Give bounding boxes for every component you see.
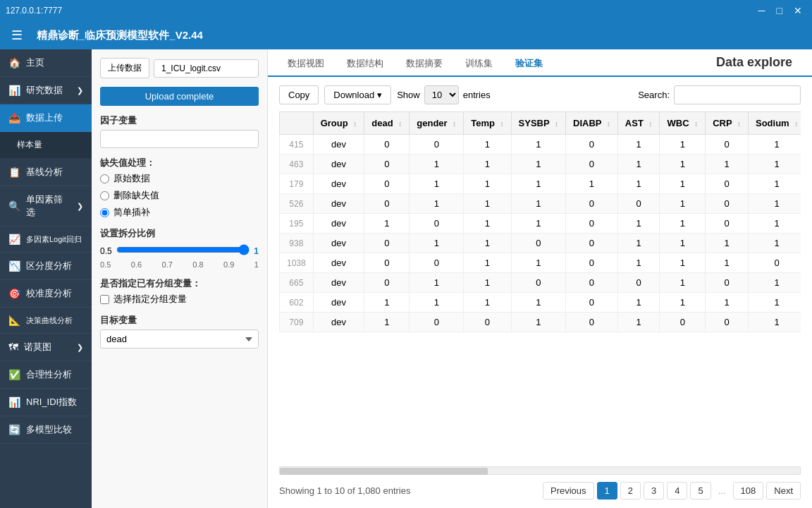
row-num-cell: 463 bbox=[280, 155, 314, 174]
nri-icon: 📊 bbox=[8, 397, 20, 408]
sidebar-item-nri[interactable]: 📊 NRI_IDI指数 bbox=[0, 389, 92, 416]
col-crp[interactable]: CRP ↕ bbox=[706, 112, 749, 135]
radio-delete-input[interactable] bbox=[100, 191, 109, 200]
maximize-button[interactable]: □ bbox=[773, 4, 787, 18]
radio-impute-label: 简单插补 bbox=[113, 206, 150, 219]
cell-diabp: 0 bbox=[566, 313, 618, 332]
radio-original[interactable]: 原始数据 bbox=[100, 172, 259, 185]
cell-gender: 1 bbox=[410, 293, 464, 313]
sidebar-item-discrimination-label: 区分度分析 bbox=[26, 260, 72, 272]
cell-group: dev bbox=[313, 234, 364, 253]
split-slider[interactable] bbox=[116, 244, 250, 255]
sidebar-item-home[interactable]: 🏠 主页 bbox=[0, 49, 92, 77]
col-sysbp[interactable]: SYSBP ↕ bbox=[511, 112, 565, 135]
minimize-button[interactable]: ─ bbox=[754, 4, 770, 18]
factor-input[interactable] bbox=[100, 130, 259, 148]
radio-delete[interactable]: 删除缺失值 bbox=[100, 189, 259, 202]
table-controls: Copy Download ▾ Show 10 25 50 entries Se… bbox=[279, 85, 801, 104]
sidebar-item-nomogram[interactable]: 🗺 诺莫图 ❯ bbox=[0, 334, 92, 361]
tab-dataview[interactable]: 数据视图 bbox=[276, 52, 336, 77]
cell-gender: 1 bbox=[410, 273, 464, 293]
sidebar-item-dca[interactable]: 📐 决策曲线分析 bbox=[0, 308, 92, 334]
sidebar-item-research[interactable]: 📊 研究数据 ❯ bbox=[0, 77, 92, 104]
tab-validset[interactable]: 验证集 bbox=[504, 52, 554, 77]
sort-icon-group: ↕ bbox=[353, 120, 357, 128]
cell-dead: 0 bbox=[364, 155, 410, 174]
sidebar-item-univariate[interactable]: 🔍 单因素筛选 ❯ bbox=[0, 186, 92, 226]
discrimination-icon: 📉 bbox=[8, 260, 20, 272]
cell-sysbp: 1 bbox=[511, 214, 565, 234]
tab-datasummary[interactable]: 数据摘要 bbox=[395, 52, 454, 77]
sidebar-item-logit[interactable]: 📈 多因素Logit回归 bbox=[0, 226, 92, 253]
target-select[interactable]: dead bbox=[100, 329, 259, 349]
table-scrollbar[interactable] bbox=[279, 466, 801, 475]
radio-impute-input[interactable] bbox=[100, 208, 109, 217]
home-icon: 🏠 bbox=[8, 57, 20, 68]
show-entries: Show 10 25 50 entries bbox=[397, 85, 491, 104]
page-108-button[interactable]: 108 bbox=[733, 482, 764, 500]
col-temp[interactable]: Temp ↕ bbox=[464, 112, 511, 135]
missing-section: 缺失值处理： 原始数据 删除缺失值 简单插补 bbox=[100, 157, 259, 219]
page-1-button[interactable]: 1 bbox=[597, 482, 617, 500]
sidebar-item-univariate-label: 单因素筛选 bbox=[26, 193, 71, 219]
col-ast[interactable]: AST ↕ bbox=[617, 112, 660, 135]
cell-diabp: 0 bbox=[566, 253, 618, 273]
sidebar-item-sample[interactable]: 样本量 bbox=[0, 132, 92, 159]
sidebar-item-dca-label: 决策曲线分析 bbox=[26, 315, 73, 326]
radio-impute[interactable]: 简单插补 bbox=[100, 206, 259, 219]
cell-group: dev bbox=[313, 253, 364, 273]
sidebar-item-upload[interactable]: 📤 数据上传 bbox=[0, 104, 92, 132]
target-section: 目标变量 dead bbox=[100, 314, 259, 349]
cell-diabp: 0 bbox=[566, 135, 618, 155]
close-button[interactable]: ✕ bbox=[789, 4, 806, 18]
sort-icon-gender: ↕ bbox=[453, 120, 456, 128]
assign-checkbox[interactable]: 选择指定分组变量 bbox=[100, 293, 259, 306]
sidebar-item-rationality[interactable]: ✅ 合理性分析 bbox=[0, 361, 92, 389]
sidebar-item-baseline[interactable]: 📋 基线分析 bbox=[0, 159, 92, 186]
col-rownum[interactable] bbox=[280, 112, 314, 135]
page-3-button[interactable]: 3 bbox=[644, 482, 664, 500]
baseline-icon: 📋 bbox=[8, 167, 20, 178]
col-gender[interactable]: gender ↕ bbox=[410, 112, 464, 135]
copy-button[interactable]: Copy bbox=[279, 85, 319, 104]
menu-icon[interactable]: ☰ bbox=[11, 28, 23, 43]
cell-diabp: 0 bbox=[566, 214, 618, 234]
cell-temp: 1 bbox=[464, 174, 511, 194]
page-2-button[interactable]: 2 bbox=[620, 482, 641, 500]
sidebar-item-discrimination[interactable]: 📉 区分度分析 bbox=[0, 253, 92, 280]
tab-trainset[interactable]: 训练集 bbox=[454, 52, 504, 77]
next-button[interactable]: Next bbox=[766, 482, 801, 500]
tab-datastructure[interactable]: 数据结构 bbox=[336, 52, 395, 77]
radio-original-input[interactable] bbox=[100, 174, 109, 183]
table-row: 195dev101101101 bbox=[280, 214, 801, 234]
upload-data-button[interactable]: 上传数据 bbox=[100, 58, 149, 78]
search-input[interactable] bbox=[674, 85, 801, 104]
page-5-button[interactable]: 5 bbox=[690, 482, 710, 500]
page-4-button[interactable]: 4 bbox=[667, 482, 687, 500]
sidebar-item-calibration[interactable]: 🎯 校准度分析 bbox=[0, 280, 92, 308]
sidebar-item-multimodel[interactable]: 🔄 多模型比较 bbox=[0, 416, 92, 444]
cell-sodium: 1 bbox=[748, 174, 801, 194]
sort-icon-dead: ↕ bbox=[398, 120, 402, 128]
cell-dead: 0 bbox=[364, 234, 410, 253]
col-diabp[interactable]: DIABP ↕ bbox=[566, 112, 618, 135]
upload-complete-bar: Upload complete bbox=[100, 87, 259, 106]
download-button[interactable]: Download ▾ bbox=[324, 85, 391, 104]
col-sodium[interactable]: Sodium ↕ bbox=[748, 112, 801, 135]
assign-checkbox-input[interactable] bbox=[100, 295, 109, 304]
cell-dead: 1 bbox=[364, 313, 410, 332]
entries-select[interactable]: 10 25 50 bbox=[424, 85, 459, 104]
split-value-label: 1 bbox=[254, 246, 259, 256]
cell-dead: 0 bbox=[364, 174, 410, 194]
assign-checkbox-label: 选择指定分组变量 bbox=[113, 293, 187, 306]
col-dead[interactable]: dead ↕ bbox=[364, 112, 410, 135]
cell-group: dev bbox=[313, 194, 364, 214]
cell-gender: 1 bbox=[410, 155, 464, 174]
col-wbc[interactable]: WBC ↕ bbox=[660, 112, 706, 135]
table-body: 415dev001101101463dev011101111179dev0111… bbox=[280, 135, 801, 332]
col-group[interactable]: Group ↕ bbox=[313, 112, 364, 135]
cell-ast: 1 bbox=[617, 135, 660, 155]
sidebar-item-research-label: 研究数据 bbox=[26, 84, 63, 97]
prev-button[interactable]: Previous bbox=[543, 482, 594, 500]
table-scrollbar-thumb bbox=[280, 468, 488, 475]
